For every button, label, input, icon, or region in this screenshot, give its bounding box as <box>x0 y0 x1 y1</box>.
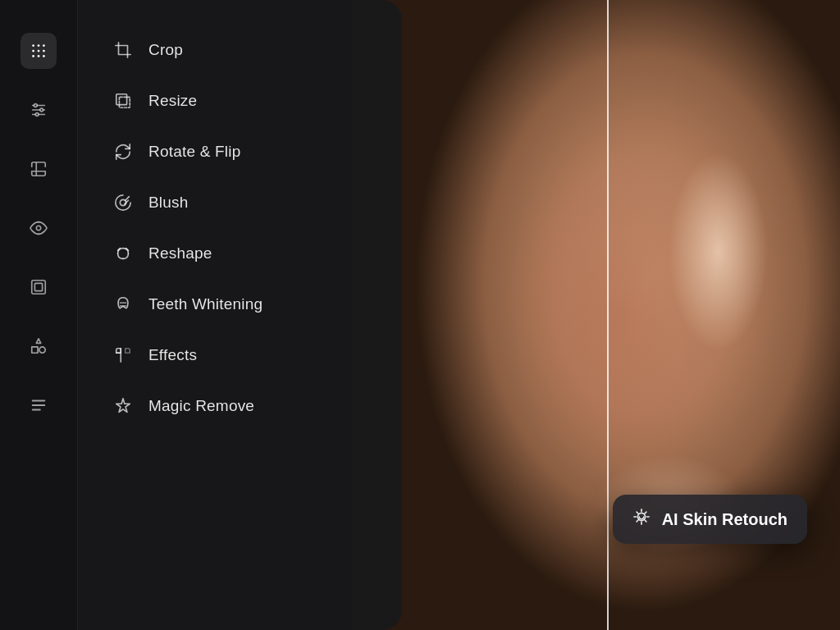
menu-item-crop[interactable]: Crop <box>94 25 386 75</box>
rotate-label: Rotate & Flip <box>148 143 240 161</box>
sidebar-icon-frame[interactable] <box>21 269 57 305</box>
svg-point-12 <box>34 104 38 107</box>
svg-rect-22 <box>119 97 130 107</box>
sidebar-icon-shapes[interactable] <box>21 328 57 364</box>
sidebar-icon-adjust[interactable] <box>21 92 57 128</box>
main-container: Crop Resize <box>0 0 840 630</box>
teeth-label: Teeth Whitening <box>148 295 262 313</box>
svg-point-6 <box>32 55 34 57</box>
svg-point-15 <box>36 226 41 231</box>
crop-label: Crop <box>148 41 183 59</box>
menu-item-effects[interactable]: Effects <box>94 330 386 381</box>
magic-icon <box>112 395 134 417</box>
menu-item-resize[interactable]: Resize <box>94 75 386 126</box>
svg-rect-16 <box>32 281 46 294</box>
rotate-icon <box>112 141 134 162</box>
menu-item-blush[interactable]: Blush <box>94 177 386 228</box>
svg-rect-20 <box>119 46 128 55</box>
effects-icon <box>112 345 134 366</box>
svg-point-18 <box>39 347 45 353</box>
menu-item-rotate[interactable]: Rotate & Flip <box>94 126 386 177</box>
svg-point-14 <box>35 113 39 116</box>
svg-rect-21 <box>116 94 127 105</box>
crop-icon <box>112 39 134 61</box>
resize-label: Resize <box>148 92 197 110</box>
sidebar-icon-text[interactable] <box>21 387 57 423</box>
svg-point-1 <box>38 44 40 47</box>
svg-point-4 <box>38 50 40 52</box>
svg-point-5 <box>43 50 45 52</box>
svg-point-2 <box>43 44 45 47</box>
sidebar-icon-eye[interactable] <box>21 210 57 246</box>
teeth-icon <box>112 294 134 315</box>
sidebar-icon-apps[interactable] <box>21 33 57 69</box>
ai-skin-retouch-badge[interactable]: AI Skin Retouch <box>613 495 807 544</box>
menu-item-reshape[interactable]: Reshape <box>94 228 386 279</box>
svg-point-3 <box>32 50 34 52</box>
effects-label: Effects <box>148 346 197 364</box>
ai-retouch-icon <box>632 508 651 531</box>
svg-point-8 <box>43 55 45 57</box>
menu-item-teeth[interactable]: Teeth Whitening <box>94 279 386 330</box>
resize-icon <box>112 90 134 112</box>
menu-item-magic[interactable]: Magic Remove <box>94 381 386 431</box>
svg-rect-19 <box>32 347 38 353</box>
svg-point-13 <box>40 108 43 112</box>
magic-label: Magic Remove <box>148 397 254 415</box>
svg-point-0 <box>32 44 34 47</box>
reshape-label: Reshape <box>148 244 212 262</box>
menu-list: Crop Resize <box>78 0 402 630</box>
blush-label: Blush <box>148 194 189 212</box>
sidebar-icon-filter[interactable] <box>21 151 57 187</box>
blush-icon <box>112 192 134 213</box>
ai-badge-label: AI Skin Retouch <box>662 510 788 529</box>
reshape-icon <box>112 243 134 264</box>
svg-point-7 <box>38 55 40 57</box>
ui-panel: Crop Resize <box>0 0 402 630</box>
svg-rect-17 <box>34 283 42 290</box>
before-after-divider <box>607 0 609 630</box>
icon-sidebar <box>0 0 78 630</box>
